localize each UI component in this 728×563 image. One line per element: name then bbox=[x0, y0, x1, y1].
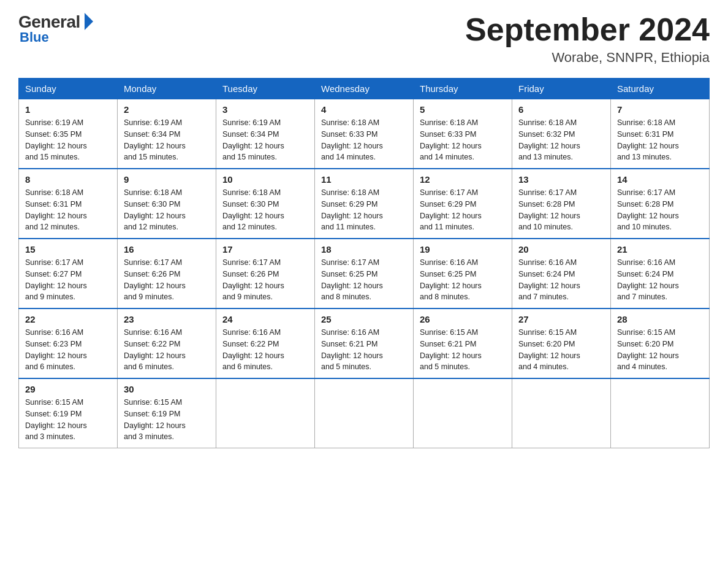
calendar-day-cell bbox=[611, 378, 710, 448]
day-info: Sunrise: 6:18 AMSunset: 6:30 PMDaylight:… bbox=[124, 187, 210, 233]
calendar-day-cell: 12Sunrise: 6:17 AMSunset: 6:29 PMDayligh… bbox=[414, 169, 512, 239]
day-info: Sunrise: 6:16 AMSunset: 6:21 PMDaylight:… bbox=[321, 327, 407, 373]
calendar-day-cell: 28Sunrise: 6:15 AMSunset: 6:20 PMDayligh… bbox=[611, 308, 710, 378]
day-info: Sunrise: 6:18 AMSunset: 6:30 PMDaylight:… bbox=[222, 187, 308, 233]
calendar-day-cell: 10Sunrise: 6:18 AMSunset: 6:30 PMDayligh… bbox=[216, 169, 315, 239]
day-number: 18 bbox=[321, 244, 407, 255]
calendar-day-cell: 20Sunrise: 6:16 AMSunset: 6:24 PMDayligh… bbox=[512, 239, 611, 308]
calendar-day-cell: 2Sunrise: 6:19 AMSunset: 6:34 PMDaylight… bbox=[118, 99, 216, 169]
logo-triangle-icon bbox=[85, 13, 93, 30]
day-info: Sunrise: 6:16 AMSunset: 6:24 PMDaylight:… bbox=[518, 257, 604, 303]
title-block: September 2024 Worabe, SNNPR, Ethiopia bbox=[465, 12, 710, 66]
day-number: 16 bbox=[124, 244, 210, 255]
day-info: Sunrise: 6:17 AMSunset: 6:29 PMDaylight:… bbox=[420, 187, 506, 233]
day-info: Sunrise: 6:16 AMSunset: 6:25 PMDaylight:… bbox=[420, 257, 506, 303]
calendar-week-row: 1Sunrise: 6:19 AMSunset: 6:35 PMDaylight… bbox=[19, 99, 710, 169]
col-thursday: Thursday bbox=[414, 79, 512, 99]
calendar-day-cell: 14Sunrise: 6:17 AMSunset: 6:28 PMDayligh… bbox=[611, 169, 710, 239]
calendar-day-cell bbox=[315, 378, 414, 448]
day-number: 24 bbox=[222, 314, 308, 324]
day-number: 1 bbox=[25, 104, 111, 115]
day-number: 5 bbox=[420, 104, 506, 115]
day-info: Sunrise: 6:18 AMSunset: 6:31 PMDaylight:… bbox=[617, 117, 703, 163]
calendar-day-cell: 25Sunrise: 6:16 AMSunset: 6:21 PMDayligh… bbox=[315, 308, 414, 378]
day-info: Sunrise: 6:15 AMSunset: 6:20 PMDaylight:… bbox=[617, 327, 703, 373]
day-number: 13 bbox=[518, 174, 604, 185]
day-number: 8 bbox=[25, 174, 111, 185]
day-number: 19 bbox=[420, 244, 506, 255]
day-number: 7 bbox=[617, 104, 703, 115]
day-info: Sunrise: 6:18 AMSunset: 6:29 PMDaylight:… bbox=[321, 187, 407, 233]
col-sunday: Sunday bbox=[19, 79, 118, 99]
day-info: Sunrise: 6:16 AMSunset: 6:23 PMDaylight:… bbox=[25, 327, 111, 373]
calendar-week-row: 22Sunrise: 6:16 AMSunset: 6:23 PMDayligh… bbox=[19, 308, 710, 378]
day-info: Sunrise: 6:19 AMSunset: 6:35 PMDaylight:… bbox=[25, 117, 111, 163]
day-info: Sunrise: 6:16 AMSunset: 6:22 PMDaylight:… bbox=[124, 327, 210, 373]
day-info: Sunrise: 6:18 AMSunset: 6:33 PMDaylight:… bbox=[321, 117, 407, 163]
day-number: 27 bbox=[518, 314, 604, 324]
day-number: 21 bbox=[617, 244, 703, 255]
calendar-day-cell: 7Sunrise: 6:18 AMSunset: 6:31 PMDaylight… bbox=[611, 99, 710, 169]
month-title: September 2024 bbox=[465, 12, 710, 47]
calendar-header-row: Sunday Monday Tuesday Wednesday Thursday… bbox=[19, 79, 710, 99]
day-info: Sunrise: 6:19 AMSunset: 6:34 PMDaylight:… bbox=[124, 117, 210, 163]
day-info: Sunrise: 6:15 AMSunset: 6:19 PMDaylight:… bbox=[124, 397, 210, 443]
calendar-day-cell: 19Sunrise: 6:16 AMSunset: 6:25 PMDayligh… bbox=[414, 239, 512, 308]
logo: General Blue bbox=[18, 12, 93, 45]
day-number: 25 bbox=[321, 314, 407, 324]
calendar-day-cell: 8Sunrise: 6:18 AMSunset: 6:31 PMDaylight… bbox=[19, 169, 118, 239]
calendar-table: Sunday Monday Tuesday Wednesday Thursday… bbox=[18, 78, 710, 448]
calendar-day-cell bbox=[216, 378, 315, 448]
page-header: General Blue September 2024 Worabe, SNNP… bbox=[18, 12, 710, 66]
day-info: Sunrise: 6:16 AMSunset: 6:24 PMDaylight:… bbox=[617, 257, 703, 303]
calendar-day-cell: 5Sunrise: 6:18 AMSunset: 6:33 PMDaylight… bbox=[414, 99, 512, 169]
location-title: Worabe, SNNPR, Ethiopia bbox=[465, 50, 710, 66]
day-number: 28 bbox=[617, 314, 703, 324]
day-number: 9 bbox=[124, 174, 210, 185]
col-monday: Monday bbox=[118, 79, 216, 99]
calendar-day-cell: 24Sunrise: 6:16 AMSunset: 6:22 PMDayligh… bbox=[216, 308, 315, 378]
day-number: 11 bbox=[321, 174, 407, 185]
calendar-day-cell bbox=[414, 378, 512, 448]
col-wednesday: Wednesday bbox=[315, 79, 414, 99]
day-number: 29 bbox=[25, 384, 111, 394]
day-info: Sunrise: 6:18 AMSunset: 6:31 PMDaylight:… bbox=[25, 187, 111, 233]
day-number: 26 bbox=[420, 314, 506, 324]
calendar-day-cell: 27Sunrise: 6:15 AMSunset: 6:20 PMDayligh… bbox=[512, 308, 611, 378]
day-info: Sunrise: 6:18 AMSunset: 6:32 PMDaylight:… bbox=[518, 117, 604, 163]
calendar-day-cell: 3Sunrise: 6:19 AMSunset: 6:34 PMDaylight… bbox=[216, 99, 315, 169]
col-friday: Friday bbox=[512, 79, 611, 99]
day-info: Sunrise: 6:17 AMSunset: 6:25 PMDaylight:… bbox=[321, 257, 407, 303]
calendar-day-cell: 15Sunrise: 6:17 AMSunset: 6:27 PMDayligh… bbox=[19, 239, 118, 308]
day-number: 2 bbox=[124, 104, 210, 115]
day-info: Sunrise: 6:18 AMSunset: 6:33 PMDaylight:… bbox=[420, 117, 506, 163]
calendar-day-cell: 21Sunrise: 6:16 AMSunset: 6:24 PMDayligh… bbox=[611, 239, 710, 308]
calendar-day-cell: 4Sunrise: 6:18 AMSunset: 6:33 PMDaylight… bbox=[315, 99, 414, 169]
day-info: Sunrise: 6:17 AMSunset: 6:27 PMDaylight:… bbox=[25, 257, 111, 303]
logo-blue-text: Blue bbox=[20, 29, 49, 45]
day-info: Sunrise: 6:19 AMSunset: 6:34 PMDaylight:… bbox=[222, 117, 308, 163]
day-info: Sunrise: 6:15 AMSunset: 6:20 PMDaylight:… bbox=[518, 327, 604, 373]
day-number: 10 bbox=[222, 174, 308, 185]
day-number: 3 bbox=[222, 104, 308, 115]
calendar-week-row: 29Sunrise: 6:15 AMSunset: 6:19 PMDayligh… bbox=[19, 378, 710, 448]
day-info: Sunrise: 6:17 AMSunset: 6:28 PMDaylight:… bbox=[518, 187, 604, 233]
calendar-day-cell bbox=[512, 378, 611, 448]
day-number: 17 bbox=[222, 244, 308, 255]
day-info: Sunrise: 6:15 AMSunset: 6:21 PMDaylight:… bbox=[420, 327, 506, 373]
day-number: 30 bbox=[124, 384, 210, 394]
day-info: Sunrise: 6:16 AMSunset: 6:22 PMDaylight:… bbox=[222, 327, 308, 373]
calendar-day-cell: 29Sunrise: 6:15 AMSunset: 6:19 PMDayligh… bbox=[19, 378, 118, 448]
day-number: 14 bbox=[617, 174, 703, 185]
day-number: 20 bbox=[518, 244, 604, 255]
day-info: Sunrise: 6:17 AMSunset: 6:26 PMDaylight:… bbox=[124, 257, 210, 303]
calendar-day-cell: 16Sunrise: 6:17 AMSunset: 6:26 PMDayligh… bbox=[118, 239, 216, 308]
day-info: Sunrise: 6:17 AMSunset: 6:28 PMDaylight:… bbox=[617, 187, 703, 233]
calendar-week-row: 8Sunrise: 6:18 AMSunset: 6:31 PMDaylight… bbox=[19, 169, 710, 239]
calendar-week-row: 15Sunrise: 6:17 AMSunset: 6:27 PMDayligh… bbox=[19, 239, 710, 308]
calendar-day-cell: 23Sunrise: 6:16 AMSunset: 6:22 PMDayligh… bbox=[118, 308, 216, 378]
calendar-day-cell: 9Sunrise: 6:18 AMSunset: 6:30 PMDaylight… bbox=[118, 169, 216, 239]
col-saturday: Saturday bbox=[611, 79, 710, 99]
col-tuesday: Tuesday bbox=[216, 79, 315, 99]
day-number: 4 bbox=[321, 104, 407, 115]
